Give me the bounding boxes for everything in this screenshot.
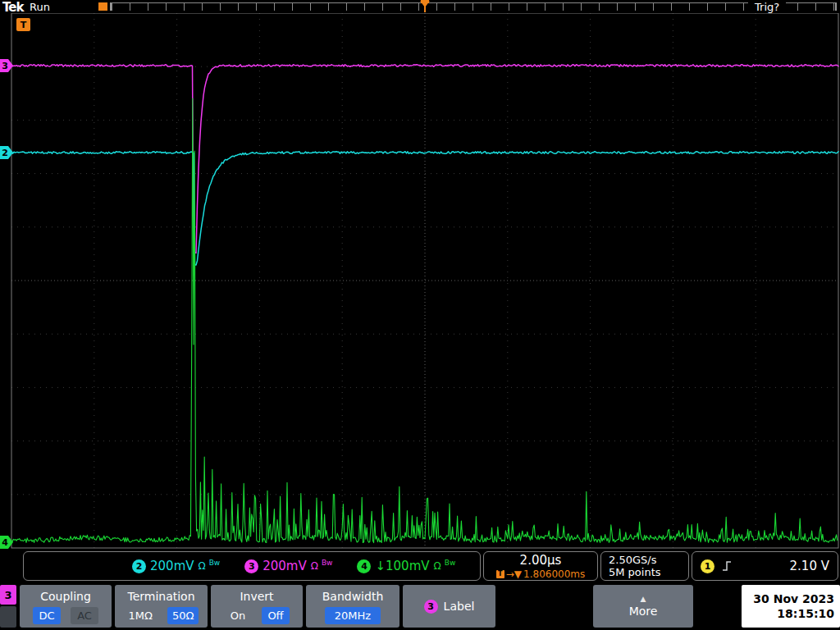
invert-on-option[interactable]: On — [224, 607, 252, 624]
ch4-badge[interactable]: 4 — [357, 559, 371, 573]
coupling-ac-option[interactable]: AC — [71, 607, 98, 624]
delay-trigger-icon: T — [496, 570, 504, 578]
trigger-level-value: 2.10 V — [790, 559, 829, 573]
coupling-dc-option[interactable]: DC — [33, 607, 61, 624]
label-button[interactable]: 3 Label — [403, 585, 495, 628]
delay-arrows-icon: →▼ — [506, 568, 522, 580]
oscilloscope-screen: Tek Run Trig? T 3 2 4 2 200mV Ω Bw 3 200… — [0, 0, 840, 630]
trigger-position-stem — [424, 0, 426, 12]
date-text: 30 Nov 2023 — [753, 591, 834, 606]
trigger-readout[interactable]: 1 2.10 V — [692, 551, 838, 581]
coupling-button[interactable]: Coupling DC AC — [20, 585, 112, 628]
ch4-impedance: Ω — [434, 560, 441, 572]
invert-off-option[interactable]: Off — [262, 607, 290, 624]
channel-readouts[interactable]: 2 200mV Ω Bw 3 200mV Ω Bw 4 ↓100mV Ω Bw — [23, 551, 481, 581]
record-view-ruler[interactable] — [110, 2, 837, 11]
time-per-div: 2.00µs — [520, 553, 562, 568]
ch4-readout[interactable]: 4 ↓100mV Ω Bw — [357, 559, 455, 573]
coupling-title: Coupling — [20, 590, 112, 603]
ch3-readout[interactable]: 3 200mV Ω Bw — [244, 559, 332, 573]
termination-50-option[interactable]: 50Ω — [167, 607, 199, 624]
menu-channel-tab-lower — [0, 606, 16, 628]
record-start-marker — [98, 2, 107, 11]
delay-value: 1.806000ms — [523, 568, 585, 580]
acquisition-status: Run — [30, 1, 50, 13]
graticule-and-waveforms — [0, 0, 840, 630]
datetime-display: 30 Nov 2023 18:15:10 — [742, 585, 840, 628]
invert-title: Invert — [211, 590, 303, 603]
label-title: Label — [444, 600, 475, 613]
invert-button[interactable]: Invert On Off — [211, 585, 303, 628]
ch2-badge[interactable]: 2 — [132, 559, 146, 573]
record-length: 5M points — [609, 566, 661, 578]
menu-channel-tab[interactable]: 3 — [0, 585, 16, 605]
trigger-source-badge[interactable]: 1 — [701, 559, 714, 573]
acquisition-readout[interactable]: 2.50GS/s 5M points — [600, 551, 689, 581]
trigger-level-flag[interactable]: T — [16, 18, 30, 31]
time-text: 18:15:10 — [777, 606, 834, 621]
channel-menu-bar: 3 Coupling DC AC Termination 1MΩ 50Ω Inv… — [0, 582, 840, 630]
ch2-scale: 200mV — [150, 559, 194, 573]
termination-title: Termination — [115, 590, 208, 603]
ch3-bandwidth-tag: Bw — [322, 559, 333, 567]
bandwidth-value-option[interactable]: 20MHz — [325, 607, 381, 624]
bandwidth-button[interactable]: Bandwidth 20MHz — [306, 585, 399, 628]
ch4-bandwidth-tag: Bw — [445, 559, 456, 567]
ch4-scale: ↓100mV — [375, 559, 429, 573]
horizontal-readout[interactable]: 2.00µs T →▼ 1.806000ms — [483, 551, 598, 581]
bandwidth-title: Bandwidth — [306, 590, 399, 603]
ch3-impedance: Ω — [311, 560, 318, 572]
ch3-badge[interactable]: 3 — [244, 559, 258, 573]
sample-rate: 2.50GS/s — [609, 554, 656, 566]
label-channel-badge: 3 — [424, 600, 438, 614]
rising-edge-icon — [721, 559, 733, 573]
more-up-arrow-icon: ▲ — [641, 595, 646, 603]
ch2-impedance: Ω — [199, 560, 206, 572]
ch2-readout[interactable]: 2 200mV Ω Bw — [132, 559, 220, 573]
more-title: More — [629, 605, 658, 618]
tek-logo: Tek — [2, 0, 23, 15]
trigger-status: Trig? — [748, 1, 786, 13]
trigger-delay-readout: T →▼ 1.806000ms — [496, 568, 586, 580]
termination-1m-option[interactable]: 1MΩ — [124, 607, 158, 624]
ch3-scale: 200mV — [262, 559, 307, 573]
ch2-bandwidth-tag: Bw — [209, 559, 221, 567]
termination-button[interactable]: Termination 1MΩ 50Ω — [115, 585, 208, 628]
more-button[interactable]: ▲ More — [593, 585, 693, 628]
